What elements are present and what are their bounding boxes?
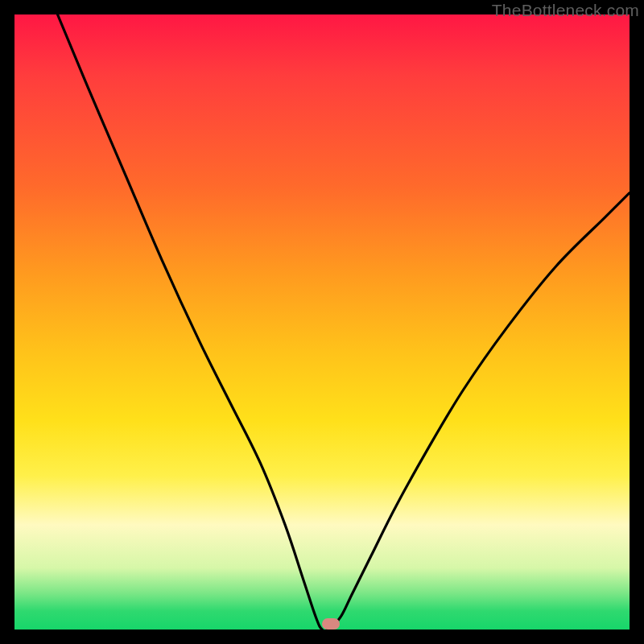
bottleneck-curve-path (58, 14, 630, 630)
watermark-text: TheBottleneck.com (492, 1, 639, 20)
optimal-point-marker (322, 618, 340, 630)
gradient-plot-area (14, 14, 630, 630)
bottleneck-curve (14, 14, 630, 630)
chart-stage: TheBottleneck.com (0, 0, 644, 644)
